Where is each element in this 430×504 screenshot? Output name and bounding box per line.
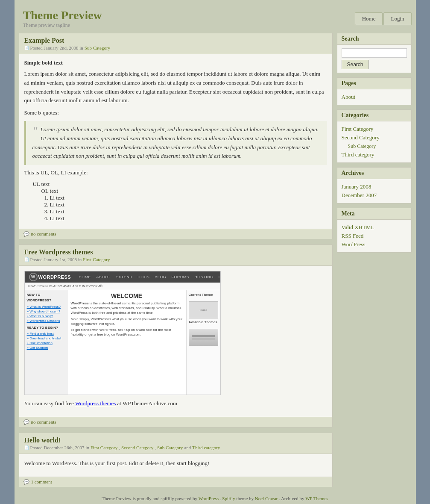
post-wordpress-header: Free Wordpress themes 📄 Posted January 1… bbox=[19, 245, 332, 266]
archives-widget-title: Archives bbox=[337, 168, 411, 179]
list-item: Li text bbox=[50, 208, 327, 215]
post-example: Example Post 📄 Posted January 2nd, 2008 … bbox=[19, 33, 333, 239]
wp-link-8[interactable]: » Get Support bbox=[27, 346, 65, 350]
content-area: Example Post 📄 Posted January 2nd, 2008 … bbox=[19, 33, 412, 487]
post-example-body: Simple bold text Lorem ipsum dolor sit a… bbox=[19, 54, 332, 229]
li-text-3: Li text bbox=[50, 208, 64, 215]
wp-link-3[interactable]: » What is a blog? bbox=[27, 314, 65, 318]
wp-theme-bar bbox=[192, 335, 215, 337]
wp-welcome: WELCOME bbox=[71, 292, 183, 299]
categories-widget: Categories First Category Second Categor… bbox=[337, 109, 412, 163]
categories-widget-title: Categories bbox=[337, 110, 411, 121]
page-link-about[interactable]: About bbox=[342, 94, 356, 100]
wp-brand: WordPress bbox=[38, 274, 71, 280]
search-button[interactable]: Search bbox=[342, 60, 369, 69]
meta-widget-title: Meta bbox=[337, 208, 411, 220]
wp-link-5[interactable]: » Find a web host bbox=[27, 332, 65, 336]
pages-widget: Pages About bbox=[337, 77, 412, 105]
list-item: Li text bbox=[50, 201, 327, 208]
wp-nav-download: DOWNLOAD bbox=[219, 275, 221, 279]
wp-desc3: To get started with WordPress, set it up… bbox=[71, 327, 183, 337]
site-tagline: Theme preview tagline bbox=[23, 22, 102, 29]
post-hello-cat2[interactable]: Second Category bbox=[121, 445, 153, 450]
post-hello-cat3[interactable]: Sub Category bbox=[157, 445, 183, 450]
search-widget-title: Search bbox=[337, 33, 411, 45]
comment-icon: 💬 bbox=[23, 231, 29, 237]
wp-link-1[interactable]: » What is WordPress? bbox=[27, 305, 65, 309]
post-wordpress-text: You can easy find free Wordpress themes … bbox=[24, 399, 327, 408]
li-text-4: Li text bbox=[50, 215, 64, 221]
post-hello-footer: 💬 1 comment bbox=[19, 477, 332, 487]
wp-nav-home: HOME bbox=[79, 275, 91, 279]
wp-link-4[interactable]: » WordPress Lessons bbox=[27, 319, 65, 323]
list-item: January 2008 bbox=[342, 183, 407, 191]
wp-current-theme-label: Current Theme bbox=[189, 292, 218, 298]
ol-item: OL text Li text Li text Li text Li text bbox=[41, 188, 327, 222]
login-nav-link[interactable]: Login bbox=[383, 12, 411, 25]
meta-widget: Meta Valid XHTML RSS Feed WordPress bbox=[337, 208, 412, 253]
list-item: RSS Feed bbox=[342, 232, 407, 240]
post-example-blockquote: Lorem ipsum dolor sit amet, consectetur … bbox=[24, 121, 327, 165]
wp-themes-link[interactable]: Wordpress themes bbox=[75, 400, 116, 407]
site-title-area: Theme Preview Theme preview tagline bbox=[23, 9, 102, 29]
wp-nav-extend: EXTEND bbox=[116, 275, 133, 279]
post-example-header: Example Post 📄 Posted January 2nd, 2008 … bbox=[19, 33, 332, 54]
home-nav-link[interactable]: Home bbox=[355, 12, 383, 25]
post-wordpress-category[interactable]: First Category bbox=[83, 257, 110, 262]
meta-link-rss[interactable]: RSS Feed bbox=[342, 233, 364, 239]
category-link-sub[interactable]: Sub Category bbox=[348, 143, 376, 149]
post-example-comments[interactable]: no comments bbox=[31, 231, 56, 236]
footer-wp-link[interactable]: WordPress bbox=[199, 496, 219, 501]
post-hello-meta-text: Posted December 26th, 2007 in bbox=[30, 445, 89, 450]
archive-link-jan[interactable]: January 2008 bbox=[342, 183, 371, 190]
list-item: First Category bbox=[342, 125, 407, 133]
post-wordpress: Free Wordpress themes 📄 Posted January 1… bbox=[19, 245, 333, 427]
wp-sidebar-panel: NEW TO WORDPRESS? » What is WordPress? »… bbox=[25, 290, 67, 395]
post-wordpress-body: W WordPress HOME ABOUT EXTEND DOCS BLOG … bbox=[19, 266, 332, 417]
wp-link-7[interactable]: » Documentation bbox=[27, 341, 65, 345]
search-input[interactable] bbox=[342, 48, 407, 58]
post-example-meta: 📄 Posted January 2nd, 2008 in Sub Catego… bbox=[24, 45, 327, 50]
post-wordpress-meta-text: Posted January 1st, 2008 in bbox=[30, 257, 82, 262]
archive-link-dec[interactable]: December 2007 bbox=[342, 192, 377, 198]
post-example-list-intro: This is UL, OL, LI example: bbox=[24, 168, 327, 177]
wp-link-6[interactable]: » Download and Install bbox=[27, 336, 65, 340]
list-item: Li text bbox=[50, 215, 327, 222]
wp-new-to: NEW TO WORDPRESS? bbox=[27, 292, 65, 304]
ol-text: OL text bbox=[41, 188, 59, 194]
post-hello-cat1[interactable]: First Category bbox=[91, 445, 117, 450]
footer-text3: theme by bbox=[236, 496, 254, 501]
category-link-first[interactable]: First Category bbox=[342, 126, 374, 132]
post-hello-cat4[interactable]: Third category bbox=[192, 445, 220, 450]
meta-link-xhtml[interactable]: Valid XHTML bbox=[342, 224, 374, 230]
wp-nav-forums: FORUMS bbox=[171, 275, 189, 279]
post-icon: 📄 bbox=[24, 445, 29, 450]
post-wordpress-meta: 📄 Posted January 1st, 2008 in First Cate… bbox=[24, 257, 327, 262]
wp-theme-thumb-2 bbox=[189, 329, 218, 346]
text-after-link: at WPThemesArchive.com bbox=[117, 400, 178, 407]
categories-widget-body: First Category Second Category Sub Categ… bbox=[337, 121, 411, 162]
post-example-title: Example Post bbox=[24, 37, 327, 44]
post-wordpress-title: Free Wordpress themes bbox=[24, 248, 327, 256]
footer-spiffly-link[interactable]: Spiffly bbox=[222, 496, 235, 501]
list-item: Third category bbox=[342, 150, 407, 159]
wp-theme-preview bbox=[189, 329, 218, 345]
wp-theme-thumb-1: theme bbox=[189, 301, 218, 318]
post-wordpress-comments[interactable]: no comments bbox=[31, 419, 56, 424]
category-link-second[interactable]: Second Category bbox=[342, 134, 380, 141]
post-hello-title: Hello world! bbox=[24, 436, 327, 444]
post-example-category[interactable]: Sub Category bbox=[85, 45, 110, 50]
wp-inner: W WordPress HOME ABOUT EXTEND DOCS BLOG … bbox=[25, 271, 220, 395]
list-item: WordPress bbox=[342, 240, 407, 249]
wp-main-content: WELCOME WordPress is the state-of-the-ar… bbox=[67, 290, 186, 395]
meta-link-wp[interactable]: WordPress bbox=[342, 241, 366, 248]
post-hello-comments[interactable]: 1 comment bbox=[31, 479, 52, 484]
category-link-third[interactable]: Third category bbox=[342, 151, 374, 158]
page-header: Theme Preview Theme preview tagline Home… bbox=[19, 4, 412, 33]
li-text-2: Li text bbox=[50, 201, 64, 208]
page-footer: Theme Preview is proudly and spiffily po… bbox=[19, 492, 412, 504]
footer-archive-link[interactable]: WP Themes bbox=[305, 496, 328, 501]
footer-author-link[interactable]: Noel Cowar bbox=[255, 496, 278, 501]
wp-link-2[interactable]: » Why should I use it? bbox=[27, 309, 65, 313]
meta-widget-body: Valid XHTML RSS Feed WordPress bbox=[337, 220, 411, 252]
